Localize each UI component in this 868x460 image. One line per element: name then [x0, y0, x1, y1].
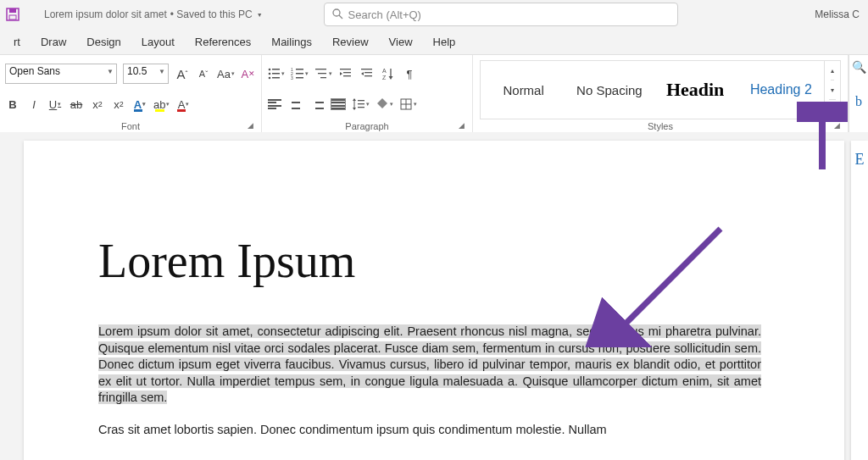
svg-rect-24: [361, 69, 372, 69]
font-name-combo[interactable]: Open Sans ▼: [5, 64, 117, 84]
svg-rect-25: [364, 72, 372, 73]
align-left-button[interactable]: [267, 96, 282, 113]
numbering-button[interactable]: 123▾: [291, 65, 309, 82]
svg-rect-18: [318, 73, 326, 74]
chevron-down-icon[interactable]: ▼: [107, 68, 114, 75]
svg-rect-19: [320, 77, 326, 78]
shading-button[interactable]: ▾: [376, 96, 393, 113]
svg-marker-33: [353, 98, 356, 101]
tab-review[interactable]: Review: [322, 36, 379, 48]
align-center-button[interactable]: [288, 96, 303, 113]
bold-button[interactable]: B: [5, 96, 20, 113]
tab-view[interactable]: View: [379, 36, 423, 48]
svg-rect-10: [272, 77, 280, 79]
paragraph-dialog-launcher[interactable]: ◢: [459, 121, 469, 131]
font-size-combo[interactable]: 10.5 ▼: [123, 64, 169, 84]
svg-rect-26: [364, 75, 372, 76]
search-icon: [331, 8, 343, 22]
shrink-font-button[interactable]: Aˇ: [196, 65, 211, 82]
replace-icon[interactable]: b: [855, 94, 862, 109]
borders-button[interactable]: ▾: [399, 96, 417, 113]
show-marks-button[interactable]: ¶: [402, 65, 417, 82]
find-icon[interactable]: 🔍: [852, 60, 866, 74]
tab-help[interactable]: Help: [423, 36, 466, 48]
group-font: Open Sans ▼ 10.5 ▼ Aˆ Aˇ Aa▾ A✕ B I U▾ a…: [0, 55, 262, 133]
italic-button[interactable]: I: [26, 96, 42, 113]
svg-rect-21: [343, 72, 351, 73]
grow-font-button[interactable]: Aˆ: [175, 65, 190, 82]
svg-point-7: [269, 73, 271, 75]
document-name: Lorem ipsum dolor sit amet: [44, 8, 167, 20]
highlight-button[interactable]: ab▾: [153, 96, 170, 113]
svg-text:Z: Z: [382, 75, 387, 80]
justify-button[interactable]: [331, 96, 346, 113]
selected-text[interactable]: Lorem ipsum dolor sit amet, consectetur …: [98, 324, 761, 404]
document-save-state: • Saved to this PC: [170, 8, 253, 20]
group-label-styles: Styles: [478, 119, 843, 133]
superscript-button[interactable]: x2: [111, 96, 126, 113]
strikethrough-button[interactable]: ab: [69, 96, 84, 113]
page[interactable]: Lorem Ipsum Lorem ipsum dolor sit amet, …: [24, 141, 844, 460]
line-spacing-button[interactable]: ▾: [352, 96, 370, 113]
side-pane-letter: E: [855, 151, 865, 460]
styles-dialog-launcher[interactable]: ◢: [834, 121, 844, 131]
ribbon: Open Sans ▼ 10.5 ▼ Aˆ Aˇ Aa▾ A✕ B I U▾ a…: [0, 54, 868, 134]
style-heading-1[interactable]: Headin: [653, 79, 738, 101]
tab-insert-partial[interactable]: rt: [3, 36, 31, 48]
svg-rect-20: [340, 69, 351, 69]
group-label-paragraph: Paragraph: [267, 119, 467, 133]
svg-rect-36: [358, 103, 364, 104]
align-right-button[interactable]: [309, 96, 325, 113]
svg-rect-16: [296, 77, 303, 79]
bullets-button[interactable]: ▾: [267, 65, 285, 82]
styles-gallery: Normal No Spacing Headin Heading 2 ▴ ▾ ▼: [480, 60, 841, 119]
increase-indent-button[interactable]: [359, 65, 375, 82]
document-canvas[interactable]: Lorem Ipsum Lorem ipsum dolor sit amet, …: [0, 132, 868, 460]
chevron-down-icon[interactable]: ▼: [257, 12, 263, 18]
svg-text:A: A: [382, 68, 387, 74]
user-name[interactable]: Melissa C: [815, 8, 863, 20]
underline-button[interactable]: U▾: [47, 96, 63, 113]
decrease-indent-button[interactable]: [338, 65, 353, 82]
chevron-down-icon[interactable]: ▼: [159, 68, 165, 75]
style-no-spacing[interactable]: No Spacing: [566, 83, 652, 97]
svg-point-5: [269, 69, 271, 71]
multilevel-list-button[interactable]: ▾: [314, 65, 332, 82]
ribbon-tabs: rt Draw Design Layout References Mailing…: [0, 29, 868, 54]
text-effects-button[interactable]: A▾: [132, 96, 147, 113]
tab-mailings[interactable]: Mailings: [261, 36, 322, 48]
font-dialog-launcher[interactable]: ◢: [248, 121, 258, 131]
gallery-scroll-down[interactable]: ▾: [831, 80, 834, 99]
sort-button[interactable]: AZ: [381, 65, 396, 82]
document-title[interactable]: Lorem ipsum dolor sit amet • Saved to th…: [44, 8, 263, 20]
style-normal[interactable]: Normal: [481, 83, 566, 97]
svg-marker-23: [340, 72, 342, 75]
gallery-scroll-up[interactable]: ▴: [831, 61, 834, 80]
svg-text:3: 3: [291, 75, 293, 80]
svg-rect-17: [315, 69, 326, 69]
font-size-value: 10.5: [127, 65, 147, 77]
svg-rect-37: [358, 107, 364, 108]
style-heading-2[interactable]: Heading 2: [738, 82, 824, 97]
side-pane-sliver: E: [851, 141, 868, 460]
gallery-expand[interactable]: ▼: [829, 99, 836, 119]
group-styles: Normal No Spacing Headin Heading 2 ▴ ▾ ▼…: [473, 55, 849, 133]
group-label-font: Font: [5, 119, 256, 133]
search-placeholder: Search (Alt+Q): [348, 8, 421, 21]
svg-rect-22: [343, 75, 351, 76]
tab-design[interactable]: Design: [76, 36, 131, 48]
tab-references[interactable]: References: [185, 36, 261, 48]
clear-formatting-button[interactable]: A✕: [241, 65, 256, 82]
change-case-button[interactable]: Aa▾: [217, 65, 235, 82]
subscript-button[interactable]: x2: [90, 96, 105, 113]
save-icon[interactable]: [5, 7, 20, 22]
paragraph-2[interactable]: Cras sit amet lobortis sapien. Donec con…: [98, 422, 761, 439]
search-input[interactable]: Search (Alt+Q): [324, 3, 678, 26]
svg-rect-12: [296, 69, 303, 70]
tab-layout[interactable]: Layout: [131, 36, 185, 48]
font-color-button[interactable]: A▾: [175, 96, 191, 113]
svg-rect-35: [358, 100, 364, 101]
tab-draw[interactable]: Draw: [31, 36, 76, 48]
document-heading[interactable]: Lorem Ipsum: [98, 234, 844, 288]
svg-line-4: [339, 15, 342, 19]
